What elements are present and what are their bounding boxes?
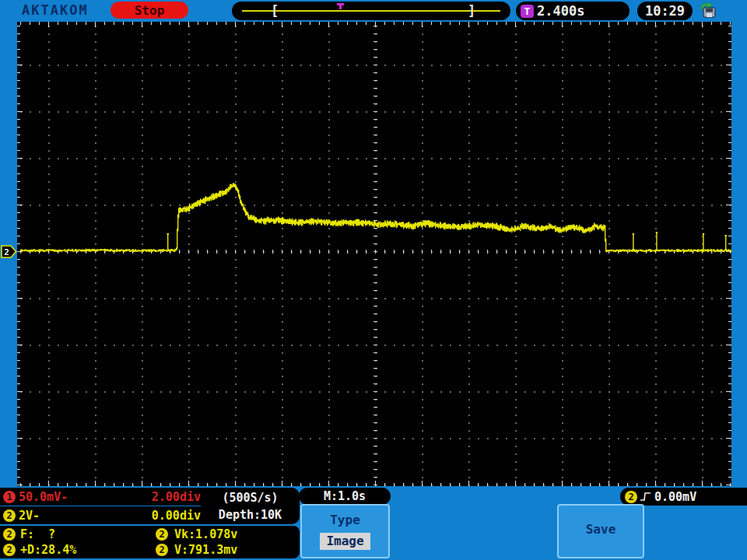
channel-1-settings: 1 50.0mV- 2.00div — [0, 488, 224, 506]
measurement-vk: Vk:1.078v — [174, 527, 237, 541]
acquisition-status-label: Stop — [135, 3, 165, 18]
measurement-badge: 2 — [3, 528, 16, 541]
channel-1-offset: 2.00div — [152, 490, 201, 504]
record-line — [242, 10, 500, 12]
channel-1-badge: 1 — [3, 491, 16, 503]
menu-item-type[interactable]: Type Image — [300, 504, 390, 558]
brand-logo: AKTAKOM — [22, 2, 89, 18]
clock: 10:29 — [637, 2, 693, 20]
channel-2-offset: 0.00div — [152, 509, 201, 523]
measurement-row: 2 +D:28.4% 2 V:791.3mv — [0, 543, 300, 557]
save-button-label: Save — [586, 522, 616, 537]
trigger-level-value: 0.00mV — [654, 490, 696, 504]
measurement-row: 2 F: ? 2 Vk:1.078v — [0, 527, 300, 541]
timebase-readout: M:1.0s — [299, 488, 391, 505]
oscilloscope-screen: AKTAKOM Stop [ ] T 2.400s 10:29 2 1 50.0… — [0, 0, 747, 560]
measurement-duty: +D:28.4% — [20, 543, 76, 557]
measurement-voltage: V:791.3mv — [174, 543, 237, 557]
acquisition-status-button[interactable]: Stop — [110, 2, 188, 19]
trigger-position-marker-icon — [337, 3, 344, 9]
waveform-display — [17, 22, 731, 486]
window-right-bracket: ] — [468, 2, 475, 19]
memory-depth: Depth:10K — [219, 506, 282, 523]
record-position-bar: [ ] — [232, 2, 510, 20]
waveform-canvas — [17, 22, 731, 486]
usb-storage-icon — [698, 1, 718, 19]
trigger-time-value: 2.400s — [537, 3, 584, 19]
trigger-t-icon: T — [521, 5, 534, 18]
window-left-bracket: [ — [271, 2, 279, 19]
channel-2-settings: 2 2V- 0.00div — [0, 506, 224, 524]
acquisition-info: (500S/s) Depth:10K — [201, 488, 300, 524]
clock-value: 10:29 — [645, 3, 685, 19]
menu-item-type-value[interactable]: Image — [320, 533, 370, 550]
trigger-level-readout: 2 0.00mV — [620, 488, 747, 506]
measurements-panel: 2 F: ? 2 Vk:1.078v 2 +D:28.4% 2 V:791.3m… — [0, 526, 300, 558]
channel-2-position-marker[interactable]: 2 — [1, 245, 17, 258]
channel-1-scale: 50.0mV- — [19, 490, 68, 504]
rising-edge-icon — [640, 491, 652, 502]
channel-2-marker-label: 2 — [4, 247, 9, 257]
trigger-source-badge: 2 — [625, 491, 637, 503]
measurement-badge: 2 — [156, 544, 168, 556]
sample-rate: (500S/s) — [222, 489, 278, 506]
measurement-badge: 2 — [3, 544, 16, 556]
trigger-time-pill: T 2.400s — [516, 2, 630, 20]
timebase-value: M:1.0s — [324, 489, 366, 503]
menu-item-type-label: Type — [302, 513, 388, 527]
measurement-frequency: F: ? — [20, 527, 55, 541]
channel-2-badge: 2 — [3, 509, 16, 522]
save-button[interactable]: Save — [557, 504, 644, 558]
channel-2-scale: 2V- — [19, 509, 40, 523]
measurement-badge: 2 — [156, 528, 168, 541]
